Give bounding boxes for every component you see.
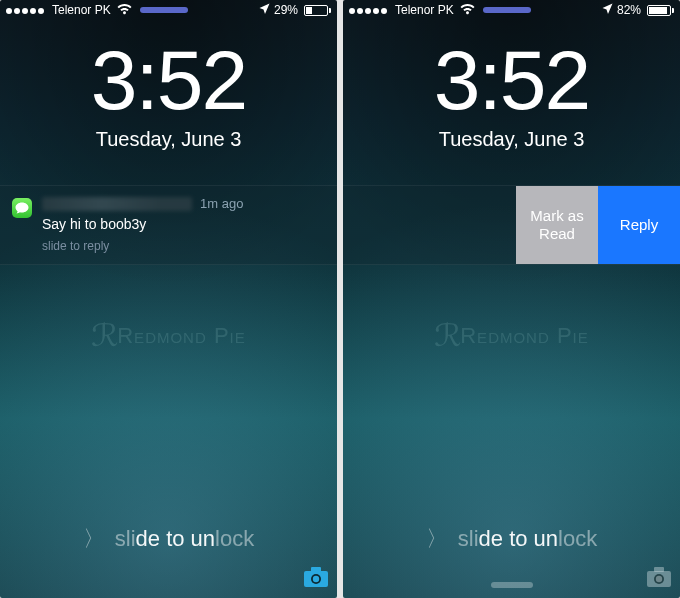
battery-icon	[643, 5, 674, 16]
carrier-label: Telenor PK	[395, 3, 454, 17]
lockscreen-right: Telenor PK 82% 3:52 Tuesday, June 3 Mark…	[343, 0, 680, 598]
watermark: ℛRedmond Pie	[0, 315, 337, 355]
activity-pill	[483, 7, 531, 13]
battery-percent: 29%	[274, 3, 298, 17]
notification-card[interactable]: 1m ago Say hi to boob3y slide to reply	[0, 185, 337, 265]
reply-button[interactable]: Reply	[598, 186, 680, 264]
slide-to-unlock[interactable]: 〉slide to unlock	[0, 524, 337, 554]
date-label: Tuesday, June 3	[0, 128, 337, 151]
camera-shortcut[interactable]	[303, 566, 329, 588]
notification-body: 1m ago Say hi to boob3y slide to reply	[42, 196, 325, 256]
notification-age: 1m ago	[200, 196, 243, 213]
activity-pill	[140, 7, 188, 13]
date-label: Tuesday, June 3	[343, 128, 680, 151]
battery-fill-right	[649, 7, 667, 14]
battery-icon	[300, 5, 331, 16]
signal-strength-icon	[349, 3, 389, 17]
watermark: ℛRedmond Pie	[343, 315, 680, 355]
carrier-label: Telenor PK	[52, 3, 111, 17]
notification-message: Say hi to boob3y	[42, 215, 325, 233]
chevron-right-icon: 〉	[426, 526, 448, 551]
signal-strength-icon	[6, 3, 46, 17]
sender-redacted	[42, 197, 192, 211]
camera-shortcut[interactable]	[646, 566, 672, 588]
time-label: 3:52	[343, 38, 680, 122]
svg-rect-1	[311, 567, 321, 572]
mark-as-read-button[interactable]: Mark as Read	[516, 186, 598, 264]
status-bar: Telenor PK 82%	[343, 0, 680, 20]
notification-actions: Mark as Read Reply	[343, 185, 680, 265]
messages-app-icon	[12, 198, 32, 218]
time-label: 3:52	[0, 38, 337, 122]
svg-point-7	[656, 576, 662, 582]
svg-point-3	[313, 576, 319, 582]
slide-to-reply-hint: slide to reply	[42, 239, 325, 255]
clock-block: 3:52 Tuesday, June 3	[343, 38, 680, 151]
wifi-icon	[460, 3, 475, 18]
location-icon	[602, 3, 613, 17]
svg-rect-5	[654, 567, 664, 572]
grabber-handle[interactable]	[491, 582, 533, 588]
slide-to-unlock[interactable]: 〉slide to unlock	[343, 524, 680, 554]
battery-percent: 82%	[617, 3, 641, 17]
location-icon	[259, 3, 270, 17]
wifi-icon	[117, 3, 132, 18]
clock-block: 3:52 Tuesday, June 3	[0, 38, 337, 151]
chevron-right-icon: 〉	[83, 526, 105, 551]
battery-fill-left	[306, 7, 312, 14]
lockscreen-left: Telenor PK 29% 3:52 Tuesday, June 3 1m a…	[0, 0, 337, 598]
status-bar: Telenor PK 29%	[0, 0, 337, 20]
